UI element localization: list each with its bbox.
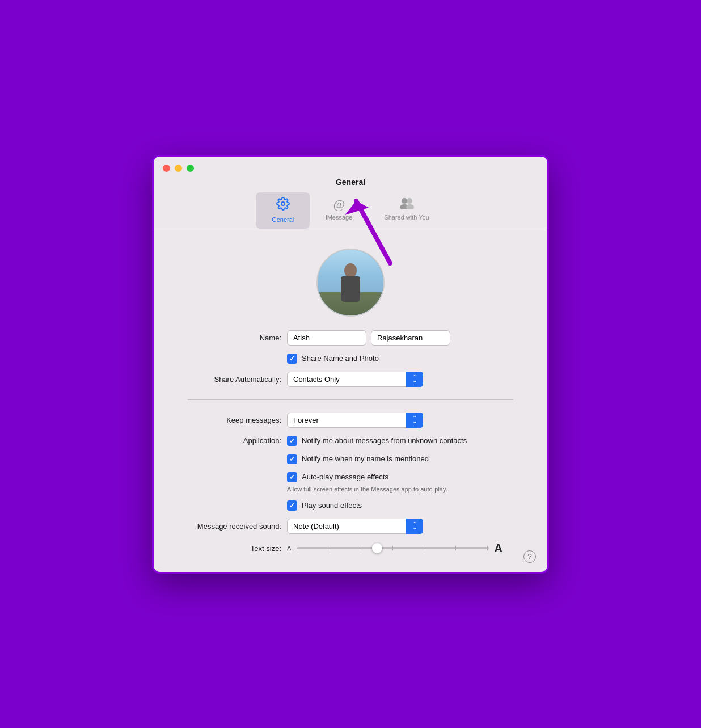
window-controls <box>163 165 194 172</box>
tab-shared-label: Shared with You <box>384 214 429 221</box>
minimize-button[interactable] <box>175 165 182 172</box>
profile-section <box>188 243 513 317</box>
text-size-small-a: A <box>287 545 291 552</box>
avatar[interactable] <box>316 249 385 317</box>
share-auto-select[interactable]: Contacts Only Always Ask Everyone <box>287 372 423 387</box>
window-title: General <box>336 178 365 187</box>
tab-imessage-label: iMessage <box>326 214 352 221</box>
at-icon: @ <box>333 197 345 212</box>
first-name-field[interactable] <box>287 330 366 346</box>
text-size-row: Text size: A <box>188 542 513 555</box>
notify-unknown-label: Notify me about messages from unknown co… <box>302 436 467 445</box>
share-name-label: Share Name and Photo <box>302 354 379 363</box>
app-window: General General @ iMessage <box>152 155 549 574</box>
name-label: Name: <box>188 334 281 342</box>
shared-icon <box>399 197 414 212</box>
message-sound-select[interactable]: Note (Default) Bamboo Bubble Crystal <box>287 519 423 534</box>
close-button[interactable] <box>163 165 170 172</box>
titlebar: General General @ iMessage <box>154 157 547 229</box>
autoplay-row: Auto-play message effects <box>287 472 513 482</box>
tab-bar: General @ iMessage Shared with You <box>256 192 445 229</box>
share-auto-select-wrapper: Contacts Only Always Ask Everyone <box>287 372 423 387</box>
play-sound-checkbox[interactable] <box>287 500 297 511</box>
form-section: Name: Share Name and Photo Share Automat… <box>188 330 513 555</box>
message-sound-row: Message received sound: Note (Default) B… <box>188 519 513 534</box>
autoplay-label: Auto-play message effects <box>302 473 388 481</box>
share-auto-row: Share Automatically: Contacts Only Alway… <box>188 372 513 387</box>
message-sound-label: Message received sound: <box>188 522 281 531</box>
keep-messages-select-wrapper: Forever 1 Year 30 Days <box>287 413 423 428</box>
name-row: Name: <box>188 330 513 346</box>
play-sound-label: Play sound effects <box>302 501 362 510</box>
content-area: Name: Share Name and Photo Share Automat… <box>154 229 547 572</box>
notify-mention-label: Notify me when my name is mentioned <box>302 455 429 463</box>
name-inputs <box>287 330 450 346</box>
notify-unknown-row: Application: Notify me about messages fr… <box>188 436 513 446</box>
keep-messages-label: Keep messages: <box>188 416 281 424</box>
gear-icon <box>276 197 290 214</box>
svg-point-0 <box>281 202 285 205</box>
svg-point-2 <box>407 198 412 204</box>
text-size-slider-thumb[interactable] <box>372 543 382 553</box>
tab-general[interactable]: General <box>256 192 310 229</box>
tab-shared-with-you[interactable]: Shared with You <box>368 192 445 229</box>
tab-imessage[interactable]: @ iMessage <box>310 192 368 229</box>
tab-general-label: General <box>272 216 294 223</box>
play-sound-row: Play sound effects <box>287 500 513 511</box>
notify-unknown-checkbox[interactable] <box>287 436 297 446</box>
maximize-button[interactable] <box>187 165 194 172</box>
section-divider-1 <box>188 399 513 400</box>
slider-ticks <box>298 546 487 550</box>
autoplay-hint: Allow full-screen effects in the Message… <box>287 486 513 493</box>
text-size-label: Text size: <box>188 544 281 553</box>
keep-messages-select[interactable]: Forever 1 Year 30 Days <box>287 413 423 428</box>
keep-messages-row: Keep messages: Forever 1 Year 30 Days <box>188 413 513 428</box>
svg-point-1 <box>402 198 407 204</box>
autoplay-checkbox[interactable] <box>287 472 297 482</box>
help-button[interactable]: ? <box>523 550 536 563</box>
last-name-field[interactable] <box>371 330 450 346</box>
text-size-slider-track <box>297 547 488 549</box>
share-auto-label: Share Automatically: <box>188 375 281 384</box>
text-size-large-a: A <box>495 542 502 555</box>
notify-mention-checkbox[interactable] <box>287 454 297 464</box>
notify-mention-row: Notify me when my name is mentioned <box>287 454 513 464</box>
message-sound-select-wrapper: Note (Default) Bamboo Bubble Crystal <box>287 519 423 534</box>
application-label: Application: <box>188 436 281 445</box>
share-name-checkbox[interactable] <box>287 354 297 364</box>
share-name-row: Share Name and Photo <box>287 354 513 364</box>
